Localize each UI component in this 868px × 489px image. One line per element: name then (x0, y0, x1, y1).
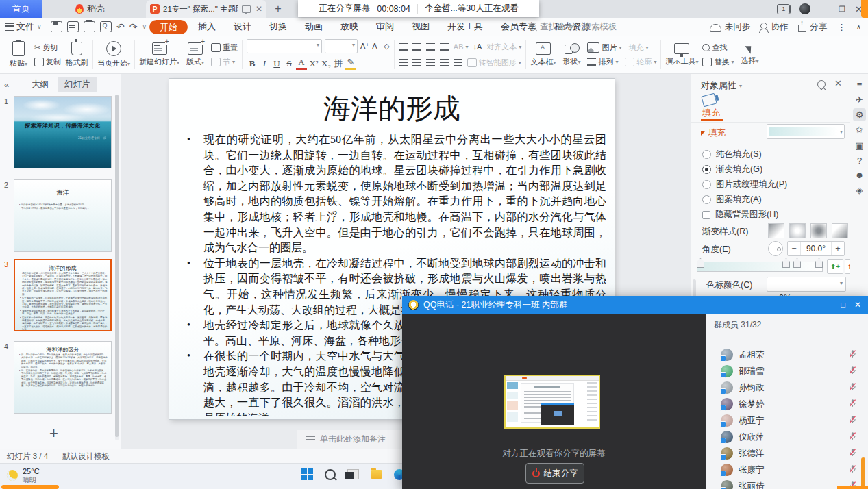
tab-slides-active[interactable]: 幻灯片 (58, 77, 97, 92)
gradient-stop[interactable] (815, 258, 823, 268)
option-hide-background[interactable]: 隐藏背景图形(H) (702, 209, 778, 221)
redo-icon[interactable]: ↷ (129, 21, 138, 32)
member-row[interactable]: 张康宁 (706, 462, 868, 478)
align-text-button[interactable]: 对齐文本▾ (486, 41, 521, 53)
sync-status[interactable]: 未同步 (710, 21, 751, 33)
layout-button[interactable]: 版式▾ (184, 37, 207, 73)
mic-muted-icon[interactable] (848, 382, 857, 393)
font-color-button[interactable]: A (296, 57, 307, 70)
quick-tools-icon[interactable]: ✈ (853, 93, 866, 106)
member-row[interactable]: 孟相荣 (706, 347, 868, 363)
effects-icon[interactable]: ✩ (853, 123, 866, 136)
menu-tab-视图[interactable]: 视图 (408, 18, 433, 35)
superscript-button[interactable]: X² (308, 58, 319, 69)
task-view-icon[interactable] (347, 469, 359, 479)
replace-button[interactable]: 替换▾ (702, 56, 734, 68)
gradient-style-3[interactable] (810, 223, 827, 238)
align-center-icon[interactable] (412, 59, 421, 66)
copy-button[interactable]: 复制 (34, 56, 61, 68)
gradient-stops-slider[interactable] (697, 262, 823, 272)
increase-indent-icon[interactable] (440, 43, 449, 51)
window-count-badge[interactable]: 1 (777, 4, 790, 14)
justify-icon[interactable] (440, 59, 449, 66)
option-solid-fill[interactable]: 纯色填充(S) (702, 149, 762, 160)
more-options-icon[interactable]: ⋮ (837, 22, 846, 32)
collaborate-button[interactable]: 协作 (760, 21, 788, 33)
screen-share-bar[interactable]: 正在分享屏幕 00:08:04 李金哲...等30人正在观看 (298, 0, 539, 17)
minimize-button[interactable]: — (820, 4, 829, 14)
undo-icon[interactable]: ↶ (116, 21, 125, 32)
presentation-tools-button[interactable]: 演示工具▾ (665, 37, 698, 73)
strikethrough-button[interactable]: S (284, 58, 295, 69)
line-spacing-icon[interactable] (454, 59, 462, 66)
print-icon[interactable] (84, 21, 95, 32)
share-button[interactable]: 分享 (798, 21, 827, 33)
drag-handle-icon[interactable]: ≡ (853, 77, 866, 90)
tab-outline[interactable]: 大纲 (32, 79, 49, 90)
file-menu[interactable]: 文件 ∨ (5, 21, 42, 33)
menu-tab-start-active[interactable]: 开始 (149, 20, 188, 34)
textbox-button[interactable]: 文本框▾ (530, 37, 556, 73)
gradient-style-1[interactable] (768, 223, 784, 238)
assistant-icon[interactable]: ☻ (853, 168, 866, 181)
weather-widget[interactable]: 25°C 晴朗 (7, 467, 40, 484)
subscript-button[interactable]: X₂ (321, 58, 332, 69)
gradient-stop[interactable] (697, 258, 704, 268)
print-preview-icon[interactable] (100, 21, 112, 32)
slide-thumbnail-1[interactable]: 探索海洋知识，传播海洋文化 21职业经理专科一班 (14, 96, 112, 168)
add-slide-button[interactable]: + (49, 425, 58, 442)
design-template-name[interactable]: 默认设计模板 (62, 451, 110, 462)
cut-button[interactable]: ✂剪切 (34, 42, 61, 53)
file-explorer-icon[interactable] (371, 470, 382, 479)
command-search[interactable]: 查找命令、搜索模板 (529, 21, 617, 33)
fill-tab[interactable]: 填充 (702, 107, 720, 119)
slide-title[interactable]: 海洋的形成 (169, 90, 615, 127)
to-smartart-button[interactable]: 转智能图形▾ (467, 57, 521, 68)
numbering-icon[interactable] (412, 43, 421, 51)
section-button[interactable]: 节▾ (211, 56, 238, 68)
add-gradient-stop-button[interactable]: ⬆+ (827, 259, 843, 274)
new-tab-button[interactable]: + (271, 2, 285, 16)
qq-minimize-button[interactable]: — (820, 296, 828, 314)
outline-button[interactable]: 轮廓▾ (625, 56, 656, 68)
text-direction-button[interactable]: AB▾ (454, 41, 469, 53)
align-left-icon[interactable] (399, 59, 408, 66)
option-gradient-fill-selected[interactable]: 渐变填充(G) (702, 164, 762, 175)
format-painter-button[interactable]: 格式刷 (65, 37, 88, 73)
member-row[interactable]: 徐梦婷 (706, 396, 868, 412)
close-tab-icon[interactable]: ✕ (256, 4, 262, 14)
start-button[interactable] (301, 468, 313, 480)
save-icon[interactable] (51, 21, 62, 32)
menu-tab-放映[interactable]: 放映 (337, 18, 362, 35)
collapse-panel-button[interactable]: « (4, 79, 9, 90)
menu-tab-审阅[interactable]: 审阅 (373, 18, 397, 35)
fill-button[interactable]: 填充▾ (628, 42, 648, 53)
italic-button[interactable]: I (259, 58, 270, 69)
fill-preview-dropdown[interactable]: ▾ (767, 124, 845, 139)
taskbar-search-icon[interactable] (325, 469, 336, 480)
slide-thumbnail-4[interactable]: 海和洋的区分 洋，是海洋的中心部分，是海洋的主体。世界大洋的总面积，约占海洋面积… (14, 341, 112, 414)
picture-button[interactable]: 图片▾ (587, 42, 621, 53)
slide-thumbnail-2[interactable]: 海洋 海洋的总面积为3.61×10的8次方平方公里，占地表面积约70.8% 平均… (14, 179, 112, 252)
fill-section-header[interactable]: 填充 (701, 127, 726, 139)
member-list-scrollbar[interactable] (861, 457, 865, 489)
tab-home[interactable]: 首页 (0, 0, 42, 18)
font-size-combobox[interactable] (325, 39, 358, 53)
paste-button[interactable]: 粘贴▾ (7, 37, 30, 73)
object-properties-icon[interactable]: ⚙ (853, 108, 866, 121)
angle-dial[interactable] (768, 241, 783, 256)
gradient-style-4[interactable] (832, 223, 848, 238)
clear-format-icon[interactable]: ◇ (384, 40, 389, 52)
export-icon[interactable] (67, 21, 79, 32)
slide-thumbnail-3-selected[interactable]: 海洋的形成 现在的研究证明，大约在50亿年前，从太阳星云中分离出一些大大小小的星… (14, 259, 112, 331)
mic-muted-icon[interactable] (848, 415, 857, 426)
menu-tab-动画[interactable]: 动画 (301, 18, 326, 35)
pin-icon[interactable] (816, 79, 828, 90)
shapes-button[interactable]: 形状▾ (560, 37, 583, 73)
arrange-button[interactable]: 排列▾ (587, 56, 618, 68)
option-picture-fill[interactable]: 图片或纹理填充(P) (702, 179, 787, 190)
font-family-combobox[interactable] (247, 39, 322, 53)
mic-muted-icon[interactable] (848, 349, 857, 360)
new-slide-button[interactable]: 新建幻灯片▾ (139, 37, 179, 73)
underline-button[interactable]: U (271, 58, 282, 69)
